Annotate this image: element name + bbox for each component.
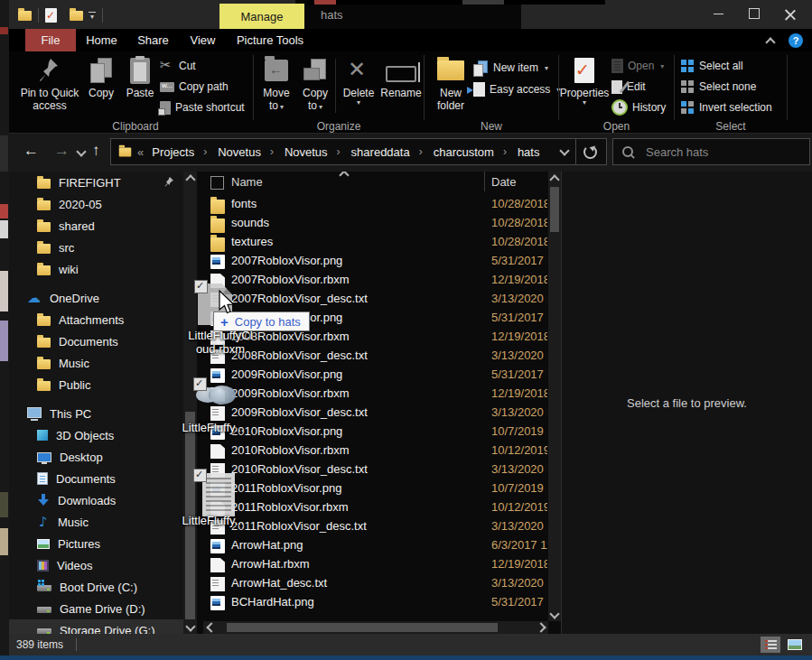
file-row[interactable]: 2009RobloxVisor.png 5/31/2017 7 [203, 366, 548, 385]
sidebar-item[interactable]: src [9, 237, 183, 258]
select-all-button[interactable]: Select all [681, 57, 743, 75]
scroll-left-icon[interactable] [203, 621, 216, 634]
file-row[interactable]: ArrowHat.png 6/3/2017 11 [203, 536, 548, 555]
file-row[interactable]: ArrowHat_desc.txt 3/13/2020 8 [203, 574, 548, 593]
column-header-name[interactable]: Name [231, 175, 263, 189]
file-row[interactable]: fonts 10/28/2018 [203, 195, 548, 214]
scrollbar-thumb[interactable] [227, 623, 498, 632]
select-none-button[interactable]: Select none [681, 78, 756, 96]
details-view-button[interactable] [761, 637, 780, 653]
sidebar-item[interactable]: Boot Drive (C:) [9, 576, 183, 598]
copy-to-button[interactable]: Copy to▾ [296, 54, 334, 114]
breadcrumb-item[interactable]: Novetus› [280, 145, 345, 159]
sidebar-item[interactable]: Storage Drive (G:) [9, 619, 183, 634]
customize-toolbar-dropdown-icon[interactable]: ▾ [89, 12, 96, 19]
minimize-button[interactable] [714, 14, 723, 14]
maximize-button[interactable] [749, 8, 760, 19]
refresh-icon[interactable] [583, 145, 597, 159]
sidebar-item[interactable]: This PC [9, 403, 183, 424]
sidebar-item[interactable]: 3D Objects [9, 424, 183, 446]
sidebar-item[interactable]: Desktop [9, 446, 183, 468]
up-icon[interactable]: ↑ [92, 142, 100, 160]
pin-to-quick-access-button[interactable]: Pin to Quick access [20, 54, 79, 112]
copy-button[interactable]: Copy [83, 54, 119, 99]
address-dropdown-icon[interactable] [559, 145, 569, 155]
sidebar-item[interactable]: Downloads [9, 489, 183, 511]
sidebar-item[interactable]: FIREFIGHT [9, 172, 183, 193]
sidebar-item[interactable]: Public [9, 374, 183, 395]
cut-button[interactable]: Cut [160, 57, 196, 75]
scroll-up-icon[interactable] [548, 172, 561, 184]
sidebar-item[interactable]: wiki [9, 258, 183, 280]
search-box[interactable] [612, 138, 810, 165]
scroll-down-icon[interactable] [548, 609, 561, 621]
ribbon-tab[interactable]: File [25, 29, 76, 51]
sidebar-item[interactable]: shared [9, 215, 183, 237]
new-folder-button[interactable]: New folder [430, 54, 471, 112]
column-divider[interactable] [484, 172, 485, 191]
scroll-up-icon[interactable] [183, 172, 197, 184]
address-bar[interactable]: « Projects› Novetus› Novetus› shareddata… [110, 138, 607, 165]
paste-button[interactable]: Paste [121, 54, 159, 99]
ribbon-tab[interactable]: Home [76, 29, 127, 51]
scrollbar-thumb[interactable] [550, 187, 559, 232]
sidebar-item[interactable]: Documents [9, 468, 183, 489]
ribbon-tab[interactable]: Share [127, 29, 179, 51]
paste-shortcut-button[interactable]: Paste shortcut [160, 98, 245, 116]
file-row[interactable]: 2011RobloxVisor_desc.txt 3/13/2020 8 [203, 517, 548, 536]
list-vertical-scrollbar[interactable] [548, 172, 561, 621]
new-item-button[interactable]: New item▾ [473, 59, 548, 77]
file-row[interactable]: 2009RobloxVisor_desc.txt 3/13/2020 8 [203, 404, 548, 423]
open-button[interactable]: Open▾ [611, 57, 664, 75]
sidebar-item[interactable]: 2020-05 [9, 193, 183, 215]
back-icon[interactable]: ← [23, 142, 39, 160]
file-row[interactable]: 2011RobloxVisor.rbxm 10/12/2019 [203, 498, 548, 517]
sidebar-scrollbar[interactable] [183, 172, 197, 634]
folder-icon[interactable] [18, 11, 32, 21]
properties-button[interactable]: Properties ▾ [562, 54, 607, 107]
sidebar-item[interactable]: Pictures [9, 533, 183, 554]
folder-icon[interactable] [70, 11, 83, 21]
sidebar-item[interactable]: Music [9, 511, 183, 533]
scroll-down-icon[interactable] [183, 621, 197, 634]
file-row[interactable]: 2010RobloxVisor.rbxm 10/12/2019 [203, 442, 548, 460]
history-button[interactable]: History [611, 98, 666, 116]
rename-button[interactable]: Rename [378, 54, 424, 99]
file-row[interactable]: 2010RobloxVisor_desc.txt 3/13/2020 8 [203, 460, 548, 479]
breadcrumb-item[interactable]: Novetus› [213, 145, 278, 159]
sidebar-item[interactable]: Game Drive (D:) [9, 598, 183, 619]
file-row[interactable]: sounds 10/28/2018 [203, 214, 548, 233]
easy-access-button[interactable]: Easy access▾ [473, 80, 560, 98]
file-row[interactable]: 2010RobloxVisor.png 10/7/2019 3 [203, 423, 548, 442]
breadcrumb-item[interactable]: shareddata› [347, 145, 427, 159]
help-icon[interactable]: ? [789, 33, 803, 48]
sidebar-item[interactable]: Music [9, 352, 183, 374]
ribbon-tab[interactable]: Picture Tools [227, 29, 313, 51]
sidebar-item[interactable]: Documents [9, 330, 183, 352]
ribbon-tab[interactable]: View [179, 29, 227, 51]
file-row[interactable]: BCHardHat.png 5/31/2017 7 [203, 593, 548, 612]
move-to-button[interactable]: Move to▾ [257, 54, 295, 114]
search-input[interactable] [644, 144, 783, 160]
tab-manage[interactable]: Manage [219, 4, 304, 29]
thumbnails-view-button[interactable] [785, 637, 805, 653]
column-header-date[interactable]: Date [491, 175, 516, 189]
breadcrumb-overflow[interactable]: « [137, 145, 144, 159]
select-all-checkbox[interactable] [210, 176, 224, 190]
breadcrumb-item[interactable]: charcustom› [429, 145, 511, 159]
list-horizontal-scrollbar[interactable] [203, 621, 548, 634]
invert-selection-button[interactable]: Invert selection [681, 98, 772, 116]
file-row[interactable]: 2007RobloxVisor.rbxm 12/19/2018 [203, 271, 548, 290]
file-row[interactable]: ArrowHat.rbxm 12/19/2018 [203, 555, 548, 574]
file-row[interactable]: textures 10/28/2018 [203, 233, 548, 252]
file-row[interactable]: 2007RobloxVisor_desc.txt 3/13/2020 8 [203, 290, 548, 309]
breadcrumb-item[interactable]: hats› [513, 145, 545, 159]
recent-locations-icon[interactable] [76, 146, 86, 156]
sidebar-item[interactable]: Videos [9, 554, 183, 576]
edit-button[interactable]: Edit [611, 78, 646, 96]
file-row[interactable]: 2011RobloxVisor.png 10/7/2019 3 [203, 479, 548, 498]
breadcrumb-item[interactable]: Projects› [147, 145, 211, 159]
sidebar-item[interactable]: Attachments [9, 309, 183, 330]
collapse-ribbon-icon[interactable] [765, 37, 775, 47]
scroll-right-icon[interactable] [536, 621, 548, 634]
